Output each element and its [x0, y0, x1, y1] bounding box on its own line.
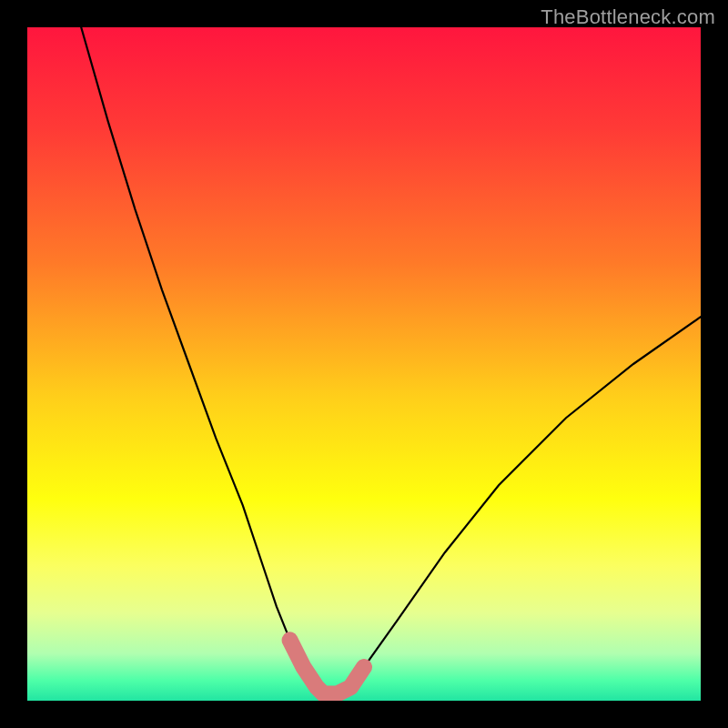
chart-frame: TheBottleneck.com — [0, 0, 728, 728]
highlight-segment — [290, 640, 364, 693]
watermark-text: TheBottleneck.com — [541, 5, 715, 29]
curve-svg — [27, 27, 701, 701]
bottleneck-curve — [81, 27, 701, 694]
plot-area — [27, 27, 701, 701]
